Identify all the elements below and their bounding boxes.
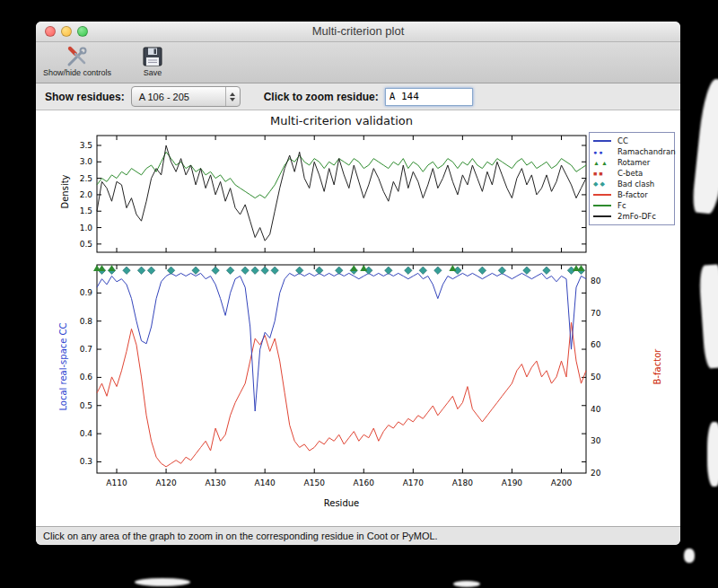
svg-text:A140: A140 xyxy=(254,478,276,487)
legend: CC●●Ramachandran▲▲Rotamer■■C-beta◆◆Bad c… xyxy=(589,132,675,225)
legend-entry: ●●Ramachandran xyxy=(593,146,670,157)
legend-marker-diamonds-icon: ◆◆ xyxy=(593,180,615,188)
svg-text:A120: A120 xyxy=(155,478,177,487)
svg-text:70: 70 xyxy=(591,309,601,318)
svg-text:0.5: 0.5 xyxy=(80,240,92,249)
show-residues-value: A 106 - 205 xyxy=(139,92,225,102)
density-plot[interactable]: 0.51.01.52.02.53.03.5 xyxy=(57,130,640,261)
legend-label: Fc xyxy=(617,201,626,210)
legend-entry: ▲▲Rotamer xyxy=(593,157,670,168)
svg-text:3.0: 3.0 xyxy=(80,157,93,166)
svg-text:0.8: 0.8 xyxy=(80,317,93,326)
figure[interactable]: Multi-criterion validation Density Local… xyxy=(36,110,680,526)
svg-text:3.5: 3.5 xyxy=(80,141,92,150)
chart-title: Multi-criterion validation xyxy=(97,114,586,127)
svg-text:2.5: 2.5 xyxy=(80,174,92,183)
legend-marker-triangles-icon: ▲▲ xyxy=(593,160,615,166)
show-hide-controls-button[interactable]: Show/hide controls xyxy=(43,44,111,77)
svg-text:0.6: 0.6 xyxy=(80,373,93,382)
scan-artifact xyxy=(707,422,718,487)
legend-marker-line-icon xyxy=(593,205,615,206)
svg-text:A110: A110 xyxy=(106,478,127,487)
show-hide-controls-label: Show/hide controls xyxy=(43,68,111,77)
scan-artifact xyxy=(684,549,695,563)
svg-text:A200: A200 xyxy=(551,478,573,487)
bfactor-axis-label: B-factor xyxy=(652,336,662,399)
zoom-residue-label: Click to zoom residue: xyxy=(264,91,379,103)
status-text: Click on any area of the graph to zoom i… xyxy=(43,531,438,541)
title-bar[interactable]: Multi-criterion plot xyxy=(36,22,680,42)
cc-bfactor-plot[interactable]: 0.30.40.50.60.70.80.920304050607080A110A… xyxy=(57,259,640,518)
svg-text:2.0: 2.0 xyxy=(80,190,93,199)
legend-label: Ramachandran xyxy=(617,147,676,156)
show-residues-label: Show residues: xyxy=(45,91,125,103)
svg-text:40: 40 xyxy=(591,405,601,414)
svg-text:20: 20 xyxy=(591,469,601,478)
legend-marker-squares-icon: ■■ xyxy=(593,171,615,177)
legend-entry: Fc xyxy=(593,200,670,211)
svg-text:0.3: 0.3 xyxy=(80,457,92,466)
scan-artifact xyxy=(135,578,190,586)
svg-text:0.9: 0.9 xyxy=(80,288,93,297)
legend-entry: ■■C-beta xyxy=(593,168,670,179)
svg-text:A130: A130 xyxy=(205,478,226,487)
svg-text:0.7: 0.7 xyxy=(80,345,92,354)
legend-marker-line-icon xyxy=(593,194,615,196)
scan-artifact xyxy=(691,78,718,215)
legend-marker-line-icon xyxy=(593,215,615,217)
scan-artifact xyxy=(453,581,480,587)
save-button[interactable]: Save xyxy=(142,44,163,77)
zoom-residue-input[interactable] xyxy=(385,88,473,106)
svg-text:1.0: 1.0 xyxy=(80,224,93,233)
legend-entry: 2mFo-DFc xyxy=(593,211,670,222)
app-window: Multi-criterion plot Show/hide controls xyxy=(36,22,680,545)
legend-label: B-factor xyxy=(617,190,648,199)
svg-text:A150: A150 xyxy=(304,478,326,487)
window-title: Multi-criterion plot xyxy=(36,22,680,41)
save-floppy-icon xyxy=(142,44,163,68)
svg-text:0.4: 0.4 xyxy=(80,429,93,438)
desktop: { "window": { "title": "Multi-criterion … xyxy=(0,0,718,588)
show-residues-select[interactable]: A 106 - 205 xyxy=(131,86,241,107)
legend-label: CC xyxy=(617,136,628,145)
svg-text:1.5: 1.5 xyxy=(80,206,92,215)
legend-label: C-beta xyxy=(617,169,643,178)
toolbar: Show/hide controls Save xyxy=(36,42,680,83)
svg-text:A170: A170 xyxy=(403,478,425,487)
save-label: Save xyxy=(144,68,162,77)
controls-bar: Show residues: A 106 - 205 Click to zoom… xyxy=(36,83,680,110)
legend-label: 2mFo-DFc xyxy=(617,212,656,221)
legend-label: Bad clash xyxy=(617,180,654,189)
svg-text:0.5: 0.5 xyxy=(80,401,92,410)
svg-text:30: 30 xyxy=(591,436,601,445)
svg-text:A180: A180 xyxy=(452,478,474,487)
legend-marker-circles-icon: ●● xyxy=(593,149,615,155)
legend-label: Rotamer xyxy=(617,158,650,167)
tools-icon xyxy=(66,44,89,68)
svg-text:80: 80 xyxy=(591,276,601,285)
svg-text:60: 60 xyxy=(591,340,601,349)
svg-text:A160: A160 xyxy=(354,478,375,487)
legend-entry: B-factor xyxy=(593,189,670,200)
scan-artifact xyxy=(698,264,718,368)
stepper-arrows-icon xyxy=(225,87,240,106)
legend-marker-line-icon xyxy=(593,140,615,142)
svg-text:50: 50 xyxy=(591,373,601,382)
svg-text:A190: A190 xyxy=(502,478,523,487)
legend-entry: CC xyxy=(593,136,670,146)
status-bar: Click on any area of the graph to zoom i… xyxy=(36,526,680,545)
legend-entry: ◆◆Bad clash xyxy=(593,179,670,189)
